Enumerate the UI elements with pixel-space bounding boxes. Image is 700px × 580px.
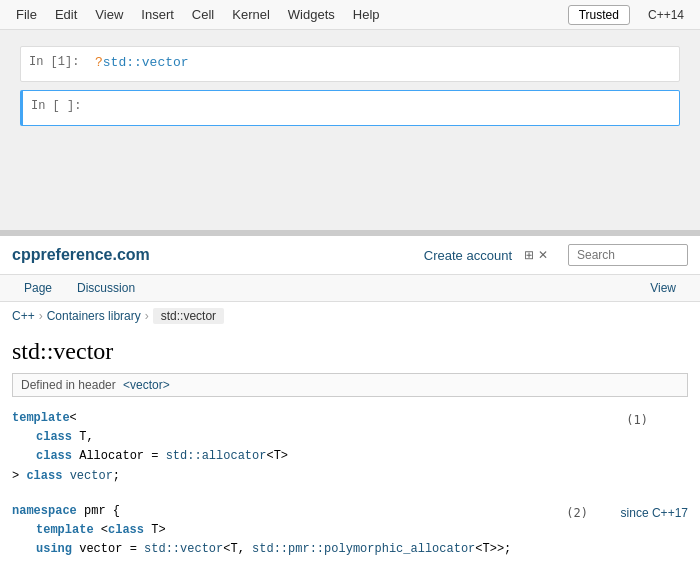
trusted-button[interactable]: Trusted <box>568 5 630 25</box>
cell-container-2: In [ ]: <box>20 90 680 126</box>
menu-file[interactable]: File <box>8 3 45 26</box>
annotation-2: (2) <box>566 506 588 520</box>
cell-1[interactable]: In [1]: ?std::vector <box>20 46 680 82</box>
code-line-4: > class vector; <box>12 467 688 486</box>
allocator-type: std::allocator <box>166 449 267 463</box>
cell-magic: ? <box>95 55 103 70</box>
tab-discussion[interactable]: Discussion <box>65 275 148 301</box>
namespace-using-line: using vector = std::vector<T, std::pmr::… <box>12 540 688 559</box>
menu-kernel[interactable]: Kernel <box>224 3 278 26</box>
class-vector: vector <box>70 469 113 483</box>
breadcrumb: C++ › Containers library › std::vector <box>0 302 700 330</box>
breadcrumb-cpp[interactable]: C++ <box>12 309 35 323</box>
keyword-class-2: class <box>36 449 72 463</box>
cell-container-1: In [1]: ?std::vector <box>20 46 680 82</box>
menu-view[interactable]: View <box>87 3 131 26</box>
keyword-class-4: class <box>108 523 144 537</box>
breadcrumb-containers[interactable]: Containers library <box>47 309 141 323</box>
header-link[interactable]: <vector> <box>123 378 170 392</box>
menu-bar: File Edit View Insert Cell Kernel Widget… <box>0 0 700 30</box>
defined-in-box: Defined in header <vector> <box>12 373 688 397</box>
defined-in-label: Defined in header <box>21 378 116 392</box>
close-icon[interactable]: ✕ <box>538 248 548 262</box>
template-code: template< class T, class Allocator = std… <box>12 405 688 490</box>
annotation-1: (1) <box>626 413 648 427</box>
menu-insert[interactable]: Insert <box>133 3 182 26</box>
breadcrumb-sep-2: › <box>145 309 149 323</box>
bottom-panel: cppreference.com Create account ⊞ ✕ Page… <box>0 236 700 580</box>
keyword-class-3: class <box>26 469 62 483</box>
code-block-1: template< class T, class Allocator = std… <box>12 405 688 490</box>
cell-content-1[interactable]: ?std::vector <box>91 47 679 78</box>
kernel-label: C++14 <box>640 6 692 24</box>
cpp-logo[interactable]: cppreference.com <box>12 246 150 264</box>
pmr-allocator: std::pmr::polymorphic_allocator <box>252 542 475 556</box>
expand-icon[interactable]: ⊞ <box>524 248 534 262</box>
cpp-content: Defined in header <vector> template< cla… <box>0 369 700 567</box>
search-input[interactable] <box>568 244 688 266</box>
cell-content-2[interactable] <box>93 91 679 111</box>
cpp-header: cppreference.com Create account ⊞ ✕ <box>0 236 700 275</box>
menu-widgets[interactable]: Widgets <box>280 3 343 26</box>
namespace-template-line: template <class T> <box>12 521 688 540</box>
notebook-area: In [1]: ?std::vector In [ ]: <box>0 30 700 230</box>
nav-tabs: Page Discussion <box>12 275 148 301</box>
cell-code-text: std::vector <box>103 55 189 70</box>
keyword-template: template <box>12 411 70 425</box>
cpp-header-right: Create account ⊞ ✕ <box>424 244 688 266</box>
code-line-2: class T, <box>12 428 688 447</box>
cell-label-2: In [ ]: <box>23 91 93 121</box>
code-block-2: namespace pmr { template <class T> using… <box>12 498 688 564</box>
window-controls: ⊞ ✕ <box>524 248 548 262</box>
breadcrumb-sep-1: › <box>39 309 43 323</box>
keyword-class-1: class <box>36 430 72 444</box>
keyword-using: using <box>36 542 72 556</box>
cell-2[interactable]: In [ ]: <box>20 90 680 126</box>
menu-edit[interactable]: Edit <box>47 3 85 26</box>
menu-cell[interactable]: Cell <box>184 3 222 26</box>
cpp-nav: Page Discussion View <box>0 275 700 302</box>
page-title: std::vector <box>0 330 700 369</box>
create-account-link[interactable]: Create account <box>424 248 512 263</box>
code-line-1: template< <box>12 409 688 428</box>
keyword-namespace: namespace <box>12 504 77 518</box>
cell-label-1: In [1]: <box>21 47 91 77</box>
code-line-3: class Allocator = std::allocator<T> <box>12 447 688 466</box>
breadcrumb-current: std::vector <box>153 308 224 324</box>
view-button[interactable]: View <box>638 276 688 300</box>
vector-type: std::vector <box>144 542 223 556</box>
tab-page[interactable]: Page <box>12 275 65 301</box>
keyword-template-2: template <box>36 523 94 537</box>
menu-help[interactable]: Help <box>345 3 388 26</box>
annotation-2-since: since C++17 <box>621 506 688 520</box>
